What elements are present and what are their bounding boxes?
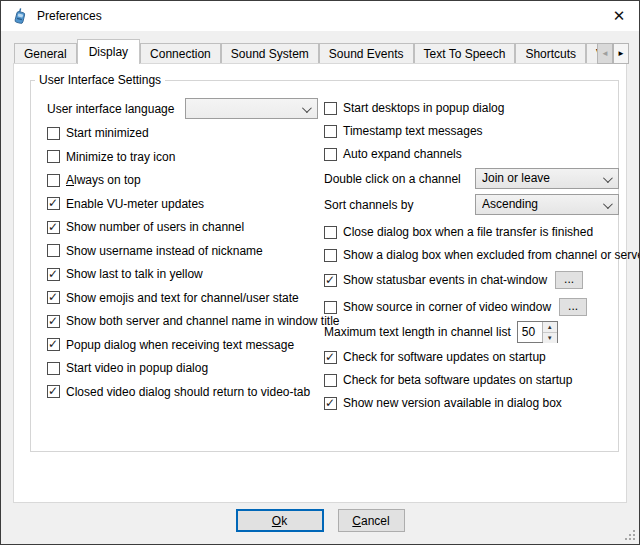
chevron-down-icon xyxy=(603,199,613,209)
chevron-down-icon xyxy=(302,103,312,113)
tab-shortcuts[interactable]: Shortcuts xyxy=(515,43,586,64)
last-to-talk-yellow-checkbox[interactable] xyxy=(47,268,60,281)
checkbox-row[interactable]: Start video in popup dialog xyxy=(47,361,208,375)
checkbox-row[interactable]: Close dialog box when a file transfer is… xyxy=(324,225,593,239)
tab-text-to-speech[interactable]: Text To Speech xyxy=(414,43,516,64)
close-dialog-file-transfer-checkbox[interactable] xyxy=(324,226,337,239)
tab-connection[interactable]: Connection xyxy=(140,43,221,64)
video-source-more-button[interactable]: ... xyxy=(559,298,587,316)
tab-sound-system[interactable]: Sound System xyxy=(221,43,319,64)
statusbar-events-more-button[interactable]: ... xyxy=(555,271,583,289)
video-source-corner-checkbox[interactable] xyxy=(324,301,337,314)
checkbox-row[interactable]: Always on top xyxy=(47,173,141,187)
checkbox-row[interactable]: Minimize to tray icon xyxy=(47,150,175,164)
preferences-dialog: Preferences ✕ General Display Connection… xyxy=(0,0,640,545)
user-interface-language-select[interactable] xyxy=(185,98,318,119)
popup-text-message-checkbox[interactable] xyxy=(47,338,60,351)
tab-bar: General Display Connection Sound System … xyxy=(1,31,639,64)
tab-video[interactable]: Video xyxy=(586,43,597,64)
checkbox-row[interactable]: Start minimized xyxy=(47,126,149,140)
left-column: User interface language Start minimized xyxy=(47,98,325,399)
left-checkbox-list: Start minimized Minimize to tray icon Al… xyxy=(47,126,340,399)
minimize-to-tray-checkbox[interactable] xyxy=(47,150,60,163)
start-desktops-popup-checkbox[interactable] xyxy=(324,102,337,115)
double-click-label: Double click on a channel xyxy=(324,172,475,186)
checkbox-row[interactable]: Show source in corner of video window ..… xyxy=(324,298,587,316)
checkbox-row[interactable]: Show both server and channel name in win… xyxy=(47,314,340,328)
checkbox-row[interactable]: Show statusbar events in chat-window ... xyxy=(324,271,583,289)
right-mid-checkbox-list: Close dialog box when a file transfer is… xyxy=(324,225,640,316)
checkbox-row[interactable]: Closed video dialog should return to vid… xyxy=(47,385,310,399)
checkbox-row[interactable]: Show emojis and text for channel/user st… xyxy=(47,291,299,305)
checkbox-row[interactable]: Auto expand channels xyxy=(324,147,462,161)
ok-button[interactable]: Ok xyxy=(236,509,324,532)
spinner-down-icon[interactable]: ▼ xyxy=(543,333,557,343)
tab-general[interactable]: General xyxy=(14,43,77,64)
display-tab-page: User Interface Settings User interface l… xyxy=(13,63,627,503)
right-column: Start desktops in popup dialog Timestamp… xyxy=(324,101,626,410)
auto-expand-channels-checkbox[interactable] xyxy=(324,148,337,161)
check-updates-checkbox[interactable] xyxy=(324,351,337,364)
title-bar: Preferences ✕ xyxy=(1,1,639,31)
spinner-value: 50 xyxy=(518,322,542,342)
checkbox-row[interactable]: Show number of users in channel xyxy=(47,220,244,234)
double-click-on-channel-select[interactable]: Join or leave xyxy=(475,168,619,189)
show-emojis-checkbox[interactable] xyxy=(47,291,60,304)
tab-display[interactable]: Display xyxy=(77,39,140,64)
double-click-selected-value: Join or leave xyxy=(482,169,550,188)
spinner-up-icon[interactable]: ▲ xyxy=(543,322,557,333)
always-on-top-checkbox[interactable] xyxy=(47,174,60,187)
tab-scroll-right-icon[interactable]: ► xyxy=(613,43,629,64)
tab-strip: General Display Connection Sound System … xyxy=(14,37,597,64)
teamtalk-app-icon xyxy=(12,8,28,24)
enable-vu-meter-checkbox[interactable] xyxy=(47,197,60,210)
right-bottom-checkbox-list: Check for software updates on startup Ch… xyxy=(324,350,572,410)
group-title: User Interface Settings xyxy=(35,73,165,87)
checkbox-row[interactable]: Check for software updates on startup xyxy=(324,350,546,364)
tab-scroll-buttons: ◄ ► xyxy=(597,43,629,64)
window-title: Preferences xyxy=(37,9,102,23)
close-icon[interactable]: ✕ xyxy=(609,6,629,26)
new-version-dialog-checkbox[interactable] xyxy=(324,397,337,410)
sort-channels-by-select[interactable]: Ascending xyxy=(475,194,619,215)
start-video-popup-checkbox[interactable] xyxy=(47,362,60,375)
checkbox-row[interactable]: Check for beta software updates on start… xyxy=(324,373,572,387)
checkbox-row[interactable]: Start desktops in popup dialog xyxy=(324,101,504,115)
closed-video-return-checkbox[interactable] xyxy=(47,385,60,398)
chevron-down-icon xyxy=(603,173,613,183)
checkbox-row[interactable]: Show new version available in dialog box xyxy=(324,396,562,410)
sort-channels-label: Sort channels by xyxy=(324,198,475,212)
cancel-button[interactable]: Cancel xyxy=(338,509,405,532)
tab-sound-events[interactable]: Sound Events xyxy=(319,43,414,64)
checkbox-row[interactable]: Show last to talk in yellow xyxy=(47,267,203,281)
show-user-count-checkbox[interactable] xyxy=(47,221,60,234)
checkbox-row[interactable]: Popup dialog when receiving text message xyxy=(47,338,294,352)
checkbox-row[interactable]: Timestamp text messages xyxy=(324,124,483,138)
checkbox-row[interactable]: Enable VU-meter updates xyxy=(47,197,204,211)
check-beta-updates-checkbox[interactable] xyxy=(324,374,337,387)
max-text-length-spinner[interactable]: 50 ▲ ▼ xyxy=(517,321,558,343)
right-top-checkbox-list: Start desktops in popup dialog Timestamp… xyxy=(324,101,504,161)
statusbar-events-checkbox[interactable] xyxy=(324,274,337,287)
show-dialog-excluded-checkbox[interactable] xyxy=(324,249,337,262)
max-text-length-label: Maximum text length in channel list xyxy=(324,325,511,339)
tab-scroll-left-icon[interactable]: ◄ xyxy=(597,43,613,64)
language-label: User interface language xyxy=(47,102,185,116)
timestamp-messages-checkbox[interactable] xyxy=(324,125,337,138)
server-channel-title-checkbox[interactable] xyxy=(47,315,60,328)
checkbox-row[interactable]: Show username instead of nickname xyxy=(47,244,263,258)
sort-selected-value: Ascending xyxy=(482,195,538,214)
checkbox-row[interactable]: Show a dialog box when excluded from cha… xyxy=(324,248,640,262)
show-username-checkbox[interactable] xyxy=(47,244,60,257)
start-minimized-checkbox[interactable] xyxy=(47,127,60,140)
dialog-footer: Ok Cancel xyxy=(1,509,639,532)
